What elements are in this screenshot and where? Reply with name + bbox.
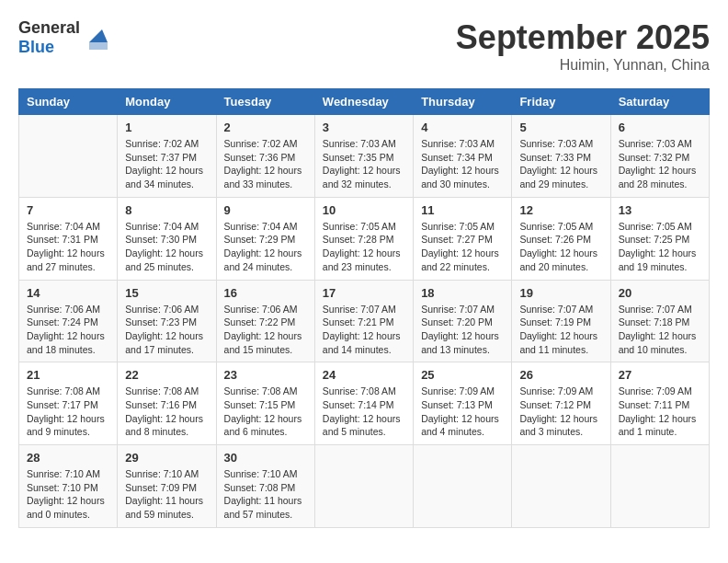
- day-info: Sunrise: 7:08 AM Sunset: 7:17 PM Dayligh…: [27, 385, 109, 439]
- column-header-wednesday: Wednesday: [314, 89, 413, 115]
- calendar-cell: 20Sunrise: 7:07 AM Sunset: 7:18 PM Dayli…: [610, 280, 709, 362]
- title-block: September 2025 Huimin, Yunnan, China: [456, 18, 710, 74]
- day-info: Sunrise: 7:02 AM Sunset: 7:36 PM Dayligh…: [224, 137, 307, 191]
- day-number: 17: [323, 286, 405, 300]
- day-number: 14: [27, 286, 109, 300]
- location-title: Huimin, Yunnan, China: [456, 57, 710, 74]
- calendar-table: SundayMondayTuesdayWednesdayThursdayFrid…: [18, 88, 710, 528]
- day-number: 29: [125, 451, 208, 465]
- day-number: 19: [519, 286, 602, 300]
- day-info: Sunrise: 7:10 AM Sunset: 7:10 PM Dayligh…: [27, 467, 109, 522]
- calendar-cell: 7Sunrise: 7:04 AM Sunset: 7:31 PM Daylig…: [19, 197, 118, 280]
- page-header: General Blue September 2025 Huimin, Yunn…: [18, 18, 710, 74]
- calendar-cell: 28Sunrise: 7:10 AM Sunset: 7:10 PM Dayli…: [19, 445, 118, 528]
- calendar-cell: 15Sunrise: 7:06 AM Sunset: 7:23 PM Dayli…: [118, 280, 216, 362]
- day-info: Sunrise: 7:06 AM Sunset: 7:22 PM Dayligh…: [224, 303, 307, 357]
- day-info: Sunrise: 7:08 AM Sunset: 7:16 PM Dayligh…: [125, 385, 208, 439]
- calendar-cell: 2Sunrise: 7:02 AM Sunset: 7:36 PM Daylig…: [216, 115, 314, 198]
- day-info: Sunrise: 7:07 AM Sunset: 7:20 PM Dayligh…: [421, 303, 504, 357]
- day-number: 25: [421, 368, 504, 382]
- day-info: Sunrise: 7:04 AM Sunset: 7:31 PM Dayligh…: [27, 220, 109, 274]
- day-number: 12: [519, 203, 602, 217]
- logo: General Blue: [18, 18, 109, 57]
- day-number: 28: [27, 451, 109, 465]
- column-header-saturday: Saturday: [610, 89, 709, 115]
- day-number: 7: [27, 203, 109, 217]
- day-number: 16: [224, 286, 307, 300]
- logo-text: General Blue: [18, 18, 80, 57]
- calendar-cell: 10Sunrise: 7:05 AM Sunset: 7:28 PM Dayli…: [314, 197, 413, 280]
- day-info: Sunrise: 7:06 AM Sunset: 7:24 PM Dayligh…: [27, 303, 109, 357]
- day-number: 20: [619, 286, 701, 300]
- calendar-week-row: 28Sunrise: 7:10 AM Sunset: 7:10 PM Dayli…: [19, 445, 710, 528]
- column-header-friday: Friday: [512, 89, 610, 115]
- column-header-monday: Monday: [118, 89, 216, 115]
- calendar-cell: 19Sunrise: 7:07 AM Sunset: 7:19 PM Dayli…: [512, 280, 610, 362]
- day-info: Sunrise: 7:03 AM Sunset: 7:35 PM Dayligh…: [323, 137, 405, 191]
- column-header-sunday: Sunday: [19, 89, 118, 115]
- day-number: 8: [125, 203, 208, 217]
- day-number: 15: [125, 286, 208, 300]
- day-number: 26: [519, 368, 602, 382]
- day-number: 10: [323, 203, 405, 217]
- calendar-week-row: 21Sunrise: 7:08 AM Sunset: 7:17 PM Dayli…: [19, 362, 710, 445]
- calendar-cell: 3Sunrise: 7:03 AM Sunset: 7:35 PM Daylig…: [314, 115, 413, 198]
- day-info: Sunrise: 7:04 AM Sunset: 7:30 PM Dayligh…: [125, 220, 208, 274]
- day-number: 2: [224, 121, 307, 134]
- calendar-cell: 29Sunrise: 7:10 AM Sunset: 7:09 PM Dayli…: [118, 445, 216, 528]
- day-number: 27: [619, 368, 701, 382]
- svg-marker-0: [89, 29, 108, 42]
- calendar-cell: 8Sunrise: 7:04 AM Sunset: 7:30 PM Daylig…: [118, 197, 216, 280]
- svg-marker-1: [89, 42, 108, 50]
- calendar-cell: 23Sunrise: 7:08 AM Sunset: 7:15 PM Dayli…: [216, 362, 314, 445]
- day-info: Sunrise: 7:05 AM Sunset: 7:27 PM Dayligh…: [421, 220, 504, 274]
- day-info: Sunrise: 7:06 AM Sunset: 7:23 PM Dayligh…: [125, 303, 208, 357]
- calendar-cell: 6Sunrise: 7:03 AM Sunset: 7:32 PM Daylig…: [610, 115, 709, 198]
- calendar-cell: 27Sunrise: 7:09 AM Sunset: 7:11 PM Dayli…: [610, 362, 709, 445]
- day-info: Sunrise: 7:02 AM Sunset: 7:37 PM Dayligh…: [125, 137, 208, 191]
- day-number: 22: [125, 368, 208, 382]
- month-title: September 2025: [456, 18, 710, 57]
- day-info: Sunrise: 7:09 AM Sunset: 7:11 PM Dayligh…: [619, 385, 701, 439]
- calendar-cell: [512, 445, 610, 528]
- logo-blue: Blue: [18, 38, 54, 56]
- day-info: Sunrise: 7:08 AM Sunset: 7:15 PM Dayligh…: [224, 385, 307, 439]
- day-number: 18: [421, 286, 504, 300]
- logo-general: General: [18, 18, 80, 37]
- calendar-cell: 26Sunrise: 7:09 AM Sunset: 7:12 PM Dayli…: [512, 362, 610, 445]
- day-info: Sunrise: 7:03 AM Sunset: 7:32 PM Dayligh…: [619, 137, 701, 191]
- calendar-cell: 18Sunrise: 7:07 AM Sunset: 7:20 PM Dayli…: [414, 280, 512, 362]
- day-info: Sunrise: 7:10 AM Sunset: 7:08 PM Dayligh…: [224, 467, 307, 522]
- calendar-week-row: 7Sunrise: 7:04 AM Sunset: 7:31 PM Daylig…: [19, 197, 710, 280]
- calendar-week-row: 1Sunrise: 7:02 AM Sunset: 7:37 PM Daylig…: [19, 115, 710, 198]
- day-info: Sunrise: 7:09 AM Sunset: 7:12 PM Dayligh…: [519, 385, 602, 439]
- calendar-cell: [414, 445, 512, 528]
- calendar-cell: 9Sunrise: 7:04 AM Sunset: 7:29 PM Daylig…: [216, 197, 314, 280]
- calendar-week-row: 14Sunrise: 7:06 AM Sunset: 7:24 PM Dayli…: [19, 280, 710, 362]
- day-number: 13: [619, 203, 701, 217]
- logo-icon: [82, 24, 109, 52]
- day-info: Sunrise: 7:07 AM Sunset: 7:18 PM Dayligh…: [619, 303, 701, 357]
- day-info: Sunrise: 7:10 AM Sunset: 7:09 PM Dayligh…: [125, 467, 208, 522]
- day-number: 6: [619, 121, 701, 134]
- day-number: 30: [224, 451, 307, 465]
- day-info: Sunrise: 7:08 AM Sunset: 7:14 PM Dayligh…: [323, 385, 405, 439]
- day-info: Sunrise: 7:03 AM Sunset: 7:33 PM Dayligh…: [519, 137, 602, 191]
- day-number: 4: [421, 121, 504, 134]
- calendar-cell: [19, 115, 118, 198]
- day-info: Sunrise: 7:07 AM Sunset: 7:19 PM Dayligh…: [519, 303, 602, 357]
- day-number: 11: [421, 203, 504, 217]
- day-info: Sunrise: 7:04 AM Sunset: 7:29 PM Dayligh…: [224, 220, 307, 274]
- day-number: 23: [224, 368, 307, 382]
- calendar-cell: 4Sunrise: 7:03 AM Sunset: 7:34 PM Daylig…: [414, 115, 512, 198]
- day-number: 1: [125, 121, 208, 134]
- calendar-cell: 1Sunrise: 7:02 AM Sunset: 7:37 PM Daylig…: [118, 115, 216, 198]
- calendar-cell: 13Sunrise: 7:05 AM Sunset: 7:25 PM Dayli…: [610, 197, 709, 280]
- calendar-cell: 5Sunrise: 7:03 AM Sunset: 7:33 PM Daylig…: [512, 115, 610, 198]
- calendar-cell: 21Sunrise: 7:08 AM Sunset: 7:17 PM Dayli…: [19, 362, 118, 445]
- day-number: 21: [27, 368, 109, 382]
- calendar-cell: [314, 445, 413, 528]
- day-info: Sunrise: 7:05 AM Sunset: 7:28 PM Dayligh…: [323, 220, 405, 274]
- calendar-cell: [610, 445, 709, 528]
- calendar-cell: 30Sunrise: 7:10 AM Sunset: 7:08 PM Dayli…: [216, 445, 314, 528]
